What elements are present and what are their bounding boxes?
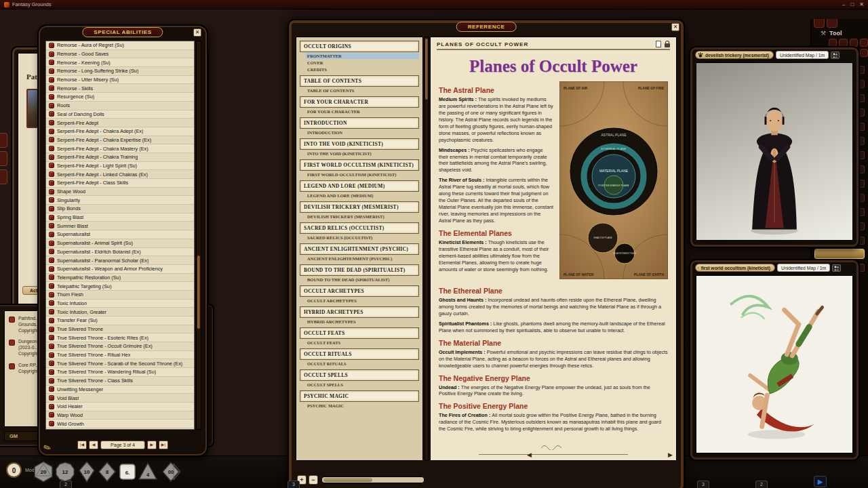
lock-icon[interactable]: [665, 43, 670, 47]
toc-entry[interactable]: LEGEND AND LORE (MEDIUM): [306, 192, 419, 199]
toc-chapter[interactable]: OCCULT ARCHETYPES: [300, 285, 419, 297]
toc-entry[interactable]: BOUND TO THE DEAD (SPIRITUALIST): [306, 277, 419, 283]
ability-row[interactable]: Void Blast: [46, 394, 194, 403]
abilities-scrollbar[interactable]: [196, 41, 201, 430]
toc-entry[interactable]: COVER: [306, 60, 419, 66]
ability-row[interactable]: Shape Wood: [46, 188, 194, 197]
page-icon[interactable]: [656, 41, 661, 47]
toc-horizontal-scrollbar[interactable]: [321, 476, 425, 483]
portrait-kineticist[interactable]: [696, 275, 853, 453]
toc-entry[interactable]: PSYCHIC MAGIC: [306, 403, 419, 409]
ability-row[interactable]: Serpent-Fire Adept - Chakra Adept (Ex): [46, 127, 194, 136]
tool-icon-button[interactable]: [860, 39, 868, 47]
play-button[interactable]: ▶: [814, 476, 827, 487]
toc-chapter[interactable]: BOUND TO THE DEAD (SPIRITUALIST): [300, 264, 419, 276]
ability-row[interactable]: Wild Growth: [46, 420, 194, 428]
ability-row[interactable]: Serpent-Fire Adept - Chakra Expertise (E…: [46, 136, 194, 145]
ability-row[interactable]: Remorse - Skills: [46, 84, 194, 93]
share-icon[interactable]: [831, 52, 840, 59]
toc-entry[interactable]: INTO THE VOID (KINETICIST): [306, 150, 419, 157]
scrollbar-thumb[interactable]: [197, 255, 201, 329]
ability-row[interactable]: Slip Bonds: [46, 205, 194, 214]
minimized-window-tab[interactable]: [0, 169, 7, 184]
modifier-value[interactable]: 0: [6, 462, 22, 478]
ability-row[interactable]: True Silvered Throne: [46, 325, 194, 334]
ability-row[interactable]: Resurgence (Su): [46, 93, 194, 102]
ability-row[interactable]: Supernaturalist - Paranormal Scholar (Ex…: [46, 256, 194, 265]
scrollbar-thumb[interactable]: [425, 39, 428, 100]
toc-chapter[interactable]: SACRED RELICS (OCCULTIST): [300, 222, 419, 234]
ability-row[interactable]: Remorse - Aura of Regret (Su): [46, 41, 194, 50]
close-icon[interactable]: ✕: [671, 23, 679, 31]
ability-row[interactable]: True Silvered Throne - Class Skills: [46, 377, 194, 386]
ability-row[interactable]: Warp Wood: [46, 411, 194, 420]
ability-row[interactable]: Serpent-Fire Adept - Light Spirit (Su): [46, 162, 194, 171]
toc-chapter[interactable]: TABLE OF CONTENTS: [300, 75, 419, 87]
prev-page-button[interactable]: ◀: [89, 441, 98, 449]
toc-chapter[interactable]: LEGEND AND LORE (MEDIUM): [300, 180, 419, 192]
image-tab[interactable]: develish trickery (mesmerist): [695, 51, 774, 59]
toc-entry[interactable]: FRONTMATTER: [306, 53, 419, 59]
toc-entry[interactable]: SACRED RELICS (OCCULTIST): [306, 235, 419, 241]
ability-row[interactable]: True Silvered Throne - Occult Grimoire (…: [46, 342, 194, 351]
image-tab[interactable]: first world occultism (kineticist): [695, 264, 775, 272]
ability-row[interactable]: Remorse - Long-Suffering Strike (Su): [46, 67, 194, 76]
ability-row[interactable]: Void Healer: [46, 403, 194, 411]
die-d20[interactable]: 20: [35, 462, 52, 482]
toc-chapter[interactable]: FIRST WORLD OCCULTISM (KINETICIST): [300, 159, 419, 171]
page-body[interactable]: Planes of Occult Power The Astral PlaneM…: [431, 50, 676, 455]
close-window-button[interactable]: ✕: [859, 1, 864, 7]
toc-chapter[interactable]: ANCIENT ENLIGHTENMENT (PSYCHIC): [300, 243, 419, 255]
toc-chapter[interactable]: OCCULT RITUALS: [300, 348, 419, 360]
taskbar-tab[interactable]: 3: [288, 481, 300, 488]
ability-row[interactable]: Spring Blast: [46, 214, 194, 222]
map-info-label[interactable]: Unidentified Map / 1m: [777, 264, 830, 272]
next-page-button[interactable]: ▶: [147, 441, 157, 449]
map-info-label[interactable]: Unidentified Map / 1m: [776, 51, 829, 59]
toc-entry[interactable]: TABLE OF CONTENTS: [306, 87, 419, 94]
ability-row[interactable]: Supernaturalist - Weapon and Armor Profi…: [46, 265, 194, 274]
ability-row[interactable]: Remorse - Utter Misery (Su): [46, 76, 194, 85]
toc-entry[interactable]: HYBRID ARCHETYPES: [306, 319, 419, 325]
toc-entry[interactable]: ANCIENT ENLIGHTENMENT (PSYCHIC): [306, 256, 419, 262]
toc-chapter[interactable]: FOR YOUR CHARACTER: [300, 96, 419, 108]
toc-chapter[interactable]: DEVILISH TRICKERY (MESMERIST): [300, 201, 419, 213]
minimized-window-tab[interactable]: [0, 133, 7, 148]
minimize-button[interactable]: –: [842, 1, 845, 7]
toc-entry[interactable]: OCCULT SPELLS: [306, 382, 419, 388]
minimized-window-tab[interactable]: [0, 151, 7, 166]
tool-icon-button[interactable]: [860, 49, 868, 57]
toc-chapter[interactable]: OCCULT SPELLS: [300, 369, 419, 381]
ability-row[interactable]: Toxic Infusion: [46, 300, 194, 308]
die-d10[interactable]: 10: [79, 462, 94, 482]
ability-row[interactable]: Serpent-Fire Adept - Linked Chakras (Ex): [46, 170, 194, 179]
toc-entry[interactable]: FIRST WORLD OCCULTISM (KINETICIST): [306, 171, 419, 178]
taskbar-tab[interactable]: 2: [755, 481, 768, 488]
ability-row[interactable]: True Silvered Throne - Ritual Hex: [46, 351, 194, 360]
ability-row[interactable]: Telempathic Restoration (Su): [46, 274, 194, 283]
toc-entry[interactable]: FOR YOUR CHARACTER: [306, 108, 419, 115]
toc-chapter[interactable]: OCCULT FEATS: [300, 327, 419, 339]
ability-row[interactable]: Thorn Flesh: [46, 291, 194, 300]
die-d12[interactable]: 12: [56, 462, 75, 481]
zoom-out-button[interactable]: −: [309, 475, 318, 485]
ability-row[interactable]: Supernaturalist - Eldritch Botanist (Ex): [46, 248, 194, 257]
toc-chapter[interactable]: INTO THE VOID (KINETICIST): [300, 138, 419, 150]
ability-row[interactable]: Summer Blast: [46, 222, 194, 230]
ability-row[interactable]: Singularity: [46, 196, 194, 205]
toc-chapter[interactable]: HYBRID ARCHETYPES: [300, 306, 419, 318]
taskbar-tab[interactable]: 2: [60, 481, 72, 488]
toc-entry[interactable]: OCCULT RITUALS: [306, 361, 419, 367]
ability-row[interactable]: Seal of Dancing Dolls: [46, 110, 194, 119]
toc-entry[interactable]: OCCULT ARCHETYPES: [306, 298, 419, 304]
toc-chapter[interactable]: OCCULT ORIGINS: [300, 41, 419, 52]
die-d6[interactable]: 6.: [120, 464, 135, 479]
first-page-button[interactable]: |◀: [77, 441, 87, 449]
ability-row[interactable]: True Silvered Throne - Esoteric Rites (E…: [46, 333, 194, 342]
page-next-arrow[interactable]: ▶: [668, 451, 673, 458]
sidebar-tab[interactable]: [827, 19, 837, 28]
planes-diagram-image[interactable]: PLANE OF AIR PLANE OF FIRE PLANE OF WATE…: [559, 81, 668, 282]
toc-entry[interactable]: INTRODUCTION: [306, 129, 419, 136]
ability-row[interactable]: Toxic Infusion, Greater: [46, 308, 194, 317]
toc-entry[interactable]: DEVILISH TRICKERY (MESMERIST): [306, 214, 419, 220]
